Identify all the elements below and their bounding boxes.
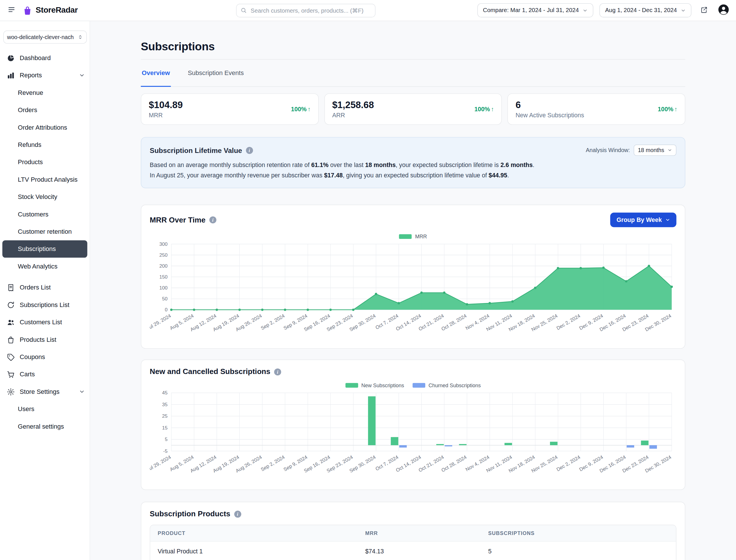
info-icon[interactable]: i: [246, 147, 253, 154]
info-icon[interactable]: i: [274, 368, 281, 375]
sidebar-item-label: Customer retention: [18, 228, 72, 235]
sidebar-item-coupons[interactable]: Coupons: [0, 348, 90, 365]
chevron-up-down-icon: [77, 34, 83, 40]
sidebar-item-customers-list[interactable]: Customers List: [0, 314, 90, 331]
tab-overview[interactable]: Overview: [141, 60, 171, 87]
sidebar-item-general-settings[interactable]: General settings: [0, 418, 90, 435]
sidebar-item-refunds[interactable]: Refunds: [0, 136, 90, 153]
metric-value: $104.89: [149, 99, 183, 110]
svg-text:Jul 29, 2024: Jul 29, 2024: [150, 454, 172, 472]
legend-label: MRR: [415, 234, 427, 239]
pie-chart-icon: [7, 54, 15, 62]
metric-card-new-active-subscriptions: 6 New Active Subscriptions 100%↑: [507, 93, 685, 125]
metric-cards: $104.89 MRR 100%↑ $1,258.68 ARR 100%↑ 6: [141, 93, 685, 125]
legend-item-churned-subscriptions: Churned Subscriptions: [413, 383, 481, 388]
compare-range-label: Compare: Mar 1, 2024 - Jul 31, 2024: [483, 7, 579, 14]
sidebar-item-revenue[interactable]: Revenue: [0, 84, 90, 101]
bar-chart-icon: [7, 71, 15, 79]
tabs: Overview Subscription Events: [141, 60, 685, 87]
sidebar-item-products-list[interactable]: Products List: [0, 331, 90, 348]
sidebar: woo-delicately-clever-nach Dashboard Rep…: [0, 21, 90, 560]
main-content: Subscriptions Overview Subscription Even…: [90, 21, 736, 560]
receipt-icon: [7, 283, 15, 291]
sidebar-item-store-settings[interactable]: Store Settings: [0, 383, 90, 400]
table-row: Virtual Product 1 $74.13 5: [150, 541, 676, 560]
ltv-panel-title: Subscription Lifetime Value: [150, 146, 242, 154]
store-selector[interactable]: woo-delicately-clever-nach: [3, 30, 87, 44]
external-link-button[interactable]: [697, 4, 711, 17]
global-search[interactable]: [236, 4, 375, 17]
info-icon[interactable]: i: [209, 216, 216, 223]
sidebar-item-stock-velocity[interactable]: Stock Velocity: [0, 188, 90, 206]
sidebar-item-customer-retention[interactable]: Customer retention: [0, 223, 90, 240]
svg-text:Oct 28, 2024: Oct 28, 2024: [440, 313, 467, 332]
user-avatar-icon: [718, 4, 729, 17]
sidebar-item-label: Refunds: [18, 141, 41, 148]
account-avatar[interactable]: [717, 4, 730, 17]
svg-text:50: 50: [162, 296, 168, 302]
sidebar-item-carts[interactable]: Carts: [0, 366, 90, 383]
sidebar-item-label: Stock Velocity: [18, 193, 57, 200]
topbar-left: StoreRadar: [0, 4, 78, 17]
column-header-mrr: MRR: [358, 525, 481, 541]
subscription-products-card: Subscription Products i PRODUCT MRR SUBS…: [141, 502, 685, 560]
menu-icon: [7, 6, 15, 15]
ltv-line-1: Based on an average monthly subscription…: [150, 160, 676, 170]
svg-text:Oct 21, 2024: Oct 21, 2024: [417, 454, 445, 473]
sidebar-item-ltv-product-analysis[interactable]: LTV Product Analysis: [0, 171, 90, 188]
sidebar-item-products[interactable]: Products: [0, 154, 90, 171]
compare-range-button[interactable]: Compare: Mar 1, 2024 - Jul 31, 2024: [477, 3, 593, 17]
metric-label: New Active Subscriptions: [515, 112, 584, 119]
card-title: New and Cancelled Subscriptions: [150, 367, 271, 376]
sidebar-item-label: General settings: [18, 423, 64, 430]
trend-up-icon: ↑: [674, 106, 677, 112]
svg-text:Sep 2, 2024: Sep 2, 2024: [260, 313, 285, 331]
metric-card-arr: $1,258.68 ARR 100%↑: [324, 93, 502, 125]
sidebar-item-label: Store Settings: [20, 388, 60, 395]
topbar: StoreRadar Compare: Mar 1, 2024 - Jul 31…: [0, 0, 736, 21]
nav-divider: [0, 275, 90, 279]
sidebar-item-orders[interactable]: Orders: [0, 101, 90, 119]
sidebar-item-order-attributions[interactable]: Order Attributions: [0, 119, 90, 136]
svg-text:100: 100: [159, 285, 168, 291]
sidebar-toggle-button[interactable]: [5, 4, 18, 17]
date-range-button[interactable]: Aug 1, 2024 - Dec 31, 2024: [599, 3, 691, 17]
legend-swatch-green: [345, 383, 358, 388]
table-header-row: PRODUCT MRR SUBSCRIPTIONS: [150, 525, 676, 541]
sidebar-item-users[interactable]: Users: [0, 400, 90, 418]
info-icon[interactable]: i: [234, 511, 241, 517]
svg-text:Oct 21, 2024: Oct 21, 2024: [417, 313, 445, 332]
sidebar-item-label: Orders: [18, 107, 37, 114]
card-title: MRR Over Time: [150, 216, 206, 224]
tab-subscription-events[interactable]: Subscription Events: [187, 60, 245, 87]
group-by-week-button[interactable]: Group By Week: [610, 213, 676, 227]
sidebar-item-web-analytics[interactable]: Web Analytics: [0, 258, 90, 275]
svg-text:35: 35: [162, 402, 168, 407]
subscription-products-table: PRODUCT MRR SUBSCRIPTIONS Virtual Produc…: [150, 525, 676, 560]
store-selector-value: woo-delicately-clever-nach: [7, 34, 74, 41]
ltv-panel-body: Based on an average monthly subscription…: [150, 160, 676, 180]
svg-text:-5: -5: [163, 448, 168, 454]
column-header-subscriptions: SUBSCRIPTIONS: [481, 525, 676, 541]
ltv-line-2: In August 25, your average monthly reven…: [150, 171, 676, 181]
sidebar-item-reports[interactable]: Reports: [0, 67, 90, 84]
cart-icon: [7, 370, 15, 378]
sidebar-item-orders-list[interactable]: Orders List: [0, 279, 90, 296]
sidebar-item-label: Products: [18, 159, 43, 166]
sidebar-item-label: Products List: [20, 336, 56, 343]
sidebar-item-dashboard[interactable]: Dashboard: [0, 49, 90, 66]
sidebar-item-subscriptions-list[interactable]: Subscriptions List: [0, 296, 90, 313]
svg-text:Oct 14, 2024: Oct 14, 2024: [395, 454, 422, 473]
legend-label: Churned Subscriptions: [428, 383, 481, 388]
search-input[interactable]: [236, 4, 375, 17]
metric-delta: 100%↑: [474, 106, 494, 112]
metric-label: ARR: [332, 112, 374, 119]
svg-text:5: 5: [165, 436, 168, 442]
sidebar-item-label: Subscriptions: [18, 246, 56, 252]
sidebar-item-subscriptions[interactable]: Subscriptions: [2, 240, 87, 258]
sidebar-item-customers[interactable]: Customers: [0, 206, 90, 223]
legend-label: New Subscriptions: [361, 383, 404, 388]
svg-text:15: 15: [162, 425, 168, 431]
analysis-window-select[interactable]: 18 months: [634, 145, 676, 156]
page-title: Subscriptions: [141, 40, 685, 53]
